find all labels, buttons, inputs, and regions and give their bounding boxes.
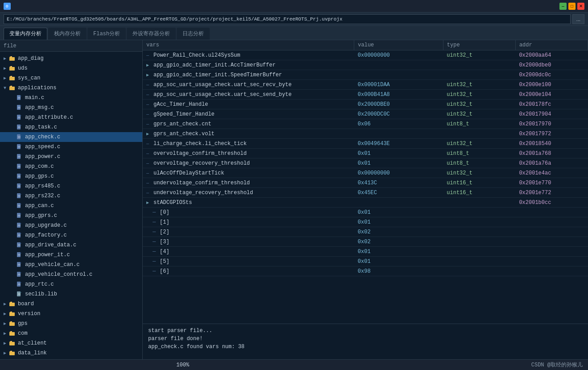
table-row[interactable]: ▶stADCGPIOSts0x2001b0cc: [143, 198, 588, 208]
tree-item-app_task_c[interactable]: app_task.c: [0, 122, 142, 132]
table-row[interactable]: ▶app_gpio_adc_timer_init.AccTimerBuffer0…: [143, 60, 588, 70]
tree-item-app_power_it_c[interactable]: app_power_it.c: [0, 250, 142, 260]
table-row[interactable]: —undervoltage_recovery_threshold0x45ECui…: [143, 188, 588, 198]
table-row[interactable]: —app_soc_uart_usage_check.uart_sec_recv_…: [143, 80, 588, 90]
vars-table-container[interactable]: varsvaluetypeaddr —Power_Rail_Check.ul24…: [143, 40, 588, 324]
tree-item-app_attribute_c[interactable]: app_attribute.c: [0, 112, 142, 122]
tree-item-label: seclib.lib: [25, 291, 57, 297]
file-icon: [16, 125, 23, 130]
table-row[interactable]: —[2]0x02: [143, 227, 588, 237]
tree-item-sys_can[interactable]: ▶ sys_can: [0, 73, 142, 83]
row-expand-icon[interactable]: —: [146, 122, 152, 127]
table-row[interactable]: —gSpeed_Timer_Handle0x2000DC0Cuint32_t0x…: [143, 109, 588, 119]
tab-tab2[interactable]: 栈内存分析: [48, 28, 87, 40]
cell-value: [354, 129, 443, 139]
path-input[interactable]: [4, 14, 571, 24]
tree-item-app_vehicle_can_c[interactable]: app_vehicle_can.c: [0, 260, 142, 270]
table-row[interactable]: ▶app_gpio_adc_timer_init.SpeedTimerBuffe…: [143, 70, 588, 80]
table-row[interactable]: —Power_Rail_Check.ul24SysSum0x00000000ui…: [143, 50, 588, 60]
svg-rect-67: [9, 303, 15, 306]
tree-item-gps[interactable]: ▶ gps: [0, 319, 142, 328]
folder-arrow-icon: ▶: [4, 301, 9, 307]
tree-item-app_gprs_c[interactable]: app_gprs.c: [0, 211, 142, 220]
table-row[interactable]: —[4]0x01: [143, 247, 588, 257]
table-row[interactable]: ▶gprs_ant_check.volt0x20017972: [143, 129, 588, 139]
row-expand-icon[interactable]: ▶: [146, 62, 152, 68]
svg-rect-34: [17, 193, 21, 198]
folder-arrow-icon: ▶: [4, 311, 9, 316]
minimize-button[interactable]: –: [559, 3, 567, 10]
row-expand-icon[interactable]: —: [146, 151, 152, 156]
table-row[interactable]: —ulAccOffDelayStartTick0x00000000uint32_…: [143, 168, 588, 178]
row-expand-icon[interactable]: —: [146, 181, 152, 186]
table-row[interactable]: —app_soc_uart_usage_check.uart_sec_send_…: [143, 90, 588, 100]
tree-item-label: uds: [18, 65, 28, 71]
tab-tab3[interactable]: Flash分析: [87, 28, 126, 40]
table-row[interactable]: —li_charge_check.li_check_tick0x0049643E…: [143, 139, 588, 149]
maximize-button[interactable]: □: [568, 3, 576, 10]
table-row[interactable]: —undervoltage_confirm_threshold0x413Cuin…: [143, 178, 588, 188]
tree-item-data_link[interactable]: ▶ data_link: [0, 348, 142, 358]
tree-item-app_msg_c[interactable]: app_msg.c: [0, 103, 142, 112]
tree-item-app_rs485_c[interactable]: app_rs485.c: [0, 181, 142, 191]
tree-item-com[interactable]: ▶ com: [0, 328, 142, 338]
row-expand-icon[interactable]: —: [146, 83, 152, 87]
close-button[interactable]: ✕: [577, 3, 584, 10]
tree-item-app_vehicle_control_c[interactable]: app_vehicle_control.c: [0, 270, 142, 279]
row-dash-icon: —: [153, 268, 158, 274]
tree-item-app_speed_c[interactable]: app_speed.c: [0, 142, 142, 152]
table-row[interactable]: —overvoltage_recovery_threshold0x01uint8…: [143, 158, 588, 168]
tree-item-app_can_c[interactable]: app_can.c: [0, 201, 142, 211]
tab-tab1[interactable]: 变量内存分析: [4, 28, 47, 40]
tree-item-at_client[interactable]: ▶ at_client: [0, 338, 142, 348]
tree-item-app_check_c[interactable]: app_check.c: [0, 132, 142, 142]
tree-item-app_drive_data_c[interactable]: app_drive_data.c: [0, 240, 142, 250]
row-expand-icon[interactable]: —: [146, 112, 152, 117]
row-expand-icon[interactable]: ▶: [146, 200, 152, 205]
tree-item-app_factory_c[interactable]: app_factory.c: [0, 230, 142, 240]
row-expand-icon[interactable]: ▶: [146, 72, 152, 78]
tree-item-applications[interactable]: ▼ applications: [0, 83, 142, 93]
tree-item-app_upgrade_c[interactable]: app_upgrade.c: [0, 220, 142, 230]
row-expand-icon[interactable]: —: [146, 92, 152, 97]
tab-tab4[interactable]: 外设寄存器分析: [127, 28, 176, 40]
tree-item-app_rs232_c[interactable]: app_rs232.c: [0, 191, 142, 201]
row-expand-icon[interactable]: —: [146, 102, 152, 107]
tree-item-uds[interactable]: ▶ uds: [0, 63, 142, 73]
file-icon: [16, 262, 23, 267]
cell-value: [354, 198, 443, 208]
table-row[interactable]: —overvoltage_confirm_threshold0x01uint8_…: [143, 149, 588, 158]
cell-addr: 0x20017904: [515, 109, 588, 119]
tree-item-seclib_lib[interactable]: seclib.lib: [0, 289, 142, 299]
row-expand-icon[interactable]: —: [146, 161, 152, 166]
tree-item-main_c[interactable]: main.c: [0, 93, 142, 103]
table-row[interactable]: —[0]0x01: [143, 208, 588, 217]
tree-item-label: app_drive_data.c: [25, 242, 76, 248]
table-row[interactable]: —gAcc_Timer_Handle0x2000DBE0uint32_t0x20…: [143, 100, 588, 109]
table-row[interactable]: —[3]0x02: [143, 237, 588, 247]
row-dash-icon: —: [153, 239, 158, 245]
tree-item-app_rtc_c[interactable]: app_rtc.c: [0, 279, 142, 289]
table-row[interactable]: —[1]0x01: [143, 217, 588, 227]
tree-item-app_power_c[interactable]: app_power.c: [0, 152, 142, 162]
row-expand-icon[interactable]: —: [146, 141, 152, 146]
tree-item-app_com_c[interactable]: app_com.c: [0, 162, 142, 171]
tree-item-app_gps_c[interactable]: app_gps.c: [0, 171, 142, 181]
tree-item-board[interactable]: ▶ board: [0, 299, 142, 309]
left-panel: file ▶ app_diag▶ uds▶ sys_can▼ applicati…: [0, 40, 143, 359]
row-expand-icon[interactable]: —: [146, 171, 152, 176]
cell-value: 0x00000000: [354, 168, 443, 178]
cell-addr: 0x20018540: [515, 139, 588, 149]
tab-tab5[interactable]: 日志分析: [177, 28, 210, 40]
browse-button[interactable]: ...: [572, 14, 584, 24]
tree-item-label: app_vehicle_can.c: [25, 262, 79, 268]
file-tree[interactable]: ▶ app_diag▶ uds▶ sys_can▼ applications m…: [0, 52, 142, 359]
table-row[interactable]: —[6]0x98: [143, 266, 588, 276]
table-row[interactable]: —gprs_ant_check.cnt0x06uint8_t0x20017970: [143, 119, 588, 129]
tree-item-version[interactable]: ▶ version: [0, 309, 142, 319]
row-expand-icon[interactable]: —: [146, 191, 152, 195]
table-row[interactable]: —[5]0x01: [143, 257, 588, 266]
tree-item-app_diag[interactable]: ▶ app_diag: [0, 54, 142, 63]
row-expand-icon[interactable]: —: [146, 53, 152, 58]
row-expand-icon[interactable]: ▶: [146, 131, 152, 137]
